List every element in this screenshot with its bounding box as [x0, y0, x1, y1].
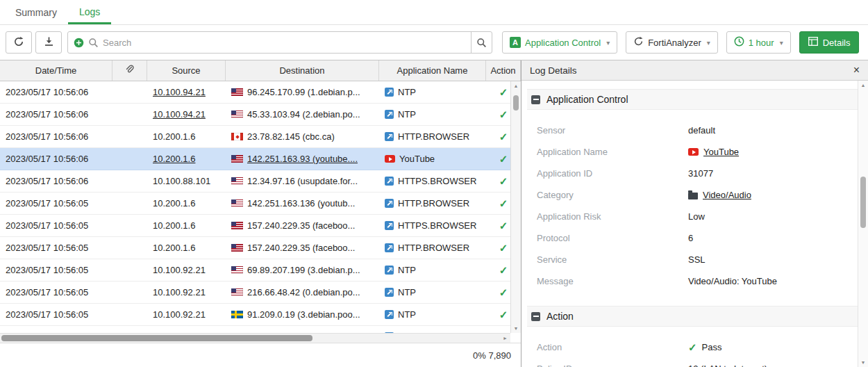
column-header-datetime[interactable]: Date/Time	[0, 60, 112, 81]
log-row[interactable]: 2023/05/17 10:56:06 10.100.94.21 45.33.1…	[0, 104, 510, 126]
cell-source[interactable]: 10.100.92.21	[147, 282, 226, 303]
log-row[interactable]: 2023/05/17 10:56:05 10.200.1.6 142.251.1…	[0, 193, 510, 215]
cell-source[interactable]: 10.100.94.21	[147, 81, 226, 103]
cell-action: ✓	[486, 81, 510, 103]
cell-source[interactable]: 10.200.1.6	[147, 193, 226, 214]
search-input[interactable]	[103, 38, 471, 48]
cell-application[interactable]: HTTP.BROWSER	[379, 193, 486, 214]
section-action[interactable]: Action	[527, 306, 858, 327]
log-row[interactable]: 2023/05/17 10:56:05 10.100.92.21 216.66.…	[0, 282, 510, 304]
field-application-id: Application ID 31077	[537, 163, 858, 184]
cell-application[interactable]: HTTPS.BROWSER	[379, 170, 486, 192]
table-vertical-scrollbar[interactable]: ▲ ▼	[510, 81, 521, 333]
vertical-scroll-thumb[interactable]	[513, 95, 519, 111]
collapse-icon[interactable]	[531, 95, 540, 104]
scroll-down-icon[interactable]: ▼	[858, 360, 868, 365]
table-header-row: Date/Time Source Destination Application…	[0, 60, 521, 81]
cell-source[interactable]: 10.200.1.6	[147, 215, 226, 236]
tab-summary[interactable]: Summary	[4, 0, 68, 24]
cell-destination[interactable]: 216.66.48.42 (0.debian.po...	[226, 282, 379, 303]
details-vertical-scrollbar[interactable]: ▲ ▼	[858, 81, 868, 367]
log-row[interactable]: 2023/05/17 10:56:06 10.200.1.6 23.78.82.…	[0, 126, 510, 148]
cell-destination[interactable]: 142.251.163.136 (youtub...	[226, 193, 379, 214]
cell-source[interactable]: 10.200.1.6	[147, 326, 226, 333]
cell-application[interactable]: NTP	[379, 282, 486, 303]
column-header-source[interactable]: Source	[147, 60, 226, 81]
cell-destination[interactable]: 23.78.82.145 (cbc.ca)	[226, 126, 379, 147]
cell-destination[interactable]: 45.33.103.94 (2.debian.po...	[226, 104, 379, 125]
log-row[interactable]: 2023/05/17 10:56:05 10.200.1.6 142.251.1…	[0, 326, 510, 333]
cell-source[interactable]: 10.200.1.6	[147, 148, 226, 170]
cell-destination[interactable]: 157.240.229.35 (faceboo...	[226, 215, 379, 236]
download-icon	[44, 36, 54, 49]
column-header-attachment[interactable]	[112, 60, 147, 81]
cell-application[interactable]: HTTP.BROWSER	[379, 237, 486, 259]
scroll-down-icon[interactable]: ▼	[511, 326, 521, 331]
section-title: Action	[546, 311, 574, 322]
details-scroll-thumb[interactable]	[860, 177, 866, 228]
column-header-action[interactable]: Action	[486, 60, 521, 81]
details-button[interactable]: Details	[799, 31, 860, 54]
us-flag-icon	[231, 266, 243, 274]
log-row[interactable]: 2023/05/17 10:56:05 10.200.1.6 157.240.2…	[0, 215, 510, 237]
cell-source[interactable]: 10.200.1.6	[147, 237, 226, 259]
folder-icon	[688, 193, 698, 199]
column-header-application[interactable]: Application Name	[379, 60, 486, 81]
toolbar: A Application Control ▾ FortiAnalyzer ▾ …	[0, 25, 868, 60]
cell-destination[interactable]: 142.251.163.93 (youtube....	[226, 148, 379, 170]
cell-application[interactable]: NTP	[379, 104, 486, 125]
log-type-dropdown[interactable]: A Application Control ▾	[502, 31, 617, 54]
time-range-dropdown[interactable]: 1 hour ▾	[726, 31, 791, 54]
add-filter-icon[interactable]	[74, 38, 84, 48]
field-policy-id: Policy ID 12 (LAN to Internet)	[537, 358, 858, 367]
log-details-body: Application Control Sensor default Appli…	[521, 81, 858, 367]
cell-application[interactable]: NTP	[379, 304, 486, 325]
log-row[interactable]: 2023/05/17 10:56:05 10.100.92.21 69.89.2…	[0, 259, 510, 282]
cell-datetime: 2023/05/17 10:56:05	[0, 326, 112, 333]
cell-datetime: 2023/05/17 10:56:05	[0, 282, 112, 303]
log-row[interactable]: 2023/05/17 10:56:05 10.100.92.21 91.209.…	[0, 304, 510, 326]
field-service: Service SSL	[537, 249, 858, 270]
horizontal-scroll-thumb[interactable]	[1, 335, 312, 341]
cell-destination[interactable]: 96.245.170.99 (1.debian.p...	[226, 81, 379, 103]
scroll-up-icon[interactable]: ▲	[858, 83, 868, 88]
cell-destination[interactable]: 12.34.97.16 (usupdate.for...	[226, 170, 379, 192]
cell-source[interactable]: 10.200.1.6	[147, 126, 226, 147]
cell-source[interactable]: 10.100.94.21	[147, 104, 226, 125]
search-submit-button[interactable]	[471, 32, 492, 53]
cell-application[interactable]: HTTPS.BROWSER	[379, 326, 486, 333]
log-row-selected[interactable]: 2023/05/17 10:56:06 10.200.1.6 142.251.1…	[0, 148, 510, 170]
cell-application[interactable]: YouTube	[379, 148, 486, 170]
cell-application[interactable]: HTTP.BROWSER	[379, 126, 486, 147]
details-button-label: Details	[823, 38, 851, 48]
log-source-dropdown[interactable]: FortiAnalyzer ▾	[626, 31, 718, 54]
cell-destination[interactable]: 157.240.229.35 (faceboo...	[226, 237, 379, 259]
cell-datetime: 2023/05/17 10:56:05	[0, 237, 112, 259]
log-row[interactable]: 2023/05/17 10:56:06 10.100.94.21 96.245.…	[0, 81, 510, 104]
cell-attachment	[112, 126, 147, 147]
cell-source[interactable]: 10.100.92.21	[147, 304, 226, 325]
collapse-icon[interactable]	[531, 312, 540, 321]
log-row[interactable]: 2023/05/17 10:56:06 10.100.88.101 12.34.…	[0, 170, 510, 193]
cell-destination[interactable]: 91.209.0.19 (3.debian.poo...	[226, 304, 379, 325]
cell-application[interactable]: HTTPS.BROWSER	[379, 215, 486, 236]
scroll-right-icon[interactable]: ►	[503, 336, 508, 341]
cell-application[interactable]: NTP	[379, 259, 486, 281]
us-flag-icon	[231, 111, 243, 118]
cell-destination[interactable]: 142.251.163.136 (youtub...	[226, 326, 379, 333]
tab-logs[interactable]: Logs	[68, 0, 111, 24]
cell-source[interactable]: 10.100.88.101	[147, 170, 226, 192]
download-button[interactable]	[35, 31, 62, 54]
check-icon: ✓	[499, 309, 508, 320]
cell-application[interactable]: NTP	[379, 81, 486, 103]
cell-destination[interactable]: 69.89.207.199 (3.debian.p...	[226, 259, 379, 281]
cell-source[interactable]: 10.100.92.21	[147, 259, 226, 281]
table-horizontal-scrollbar[interactable]: ►	[0, 333, 510, 343]
column-header-destination[interactable]: Destination	[226, 60, 379, 81]
scroll-up-icon[interactable]: ▲	[511, 83, 521, 88]
refresh-button[interactable]	[6, 31, 32, 54]
close-icon[interactable]: ×	[853, 65, 860, 76]
cell-datetime: 2023/05/17 10:56:06	[0, 81, 112, 103]
log-row[interactable]: 2023/05/17 10:56:05 10.200.1.6 157.240.2…	[0, 237, 510, 259]
section-application-control[interactable]: Application Control	[527, 89, 858, 110]
